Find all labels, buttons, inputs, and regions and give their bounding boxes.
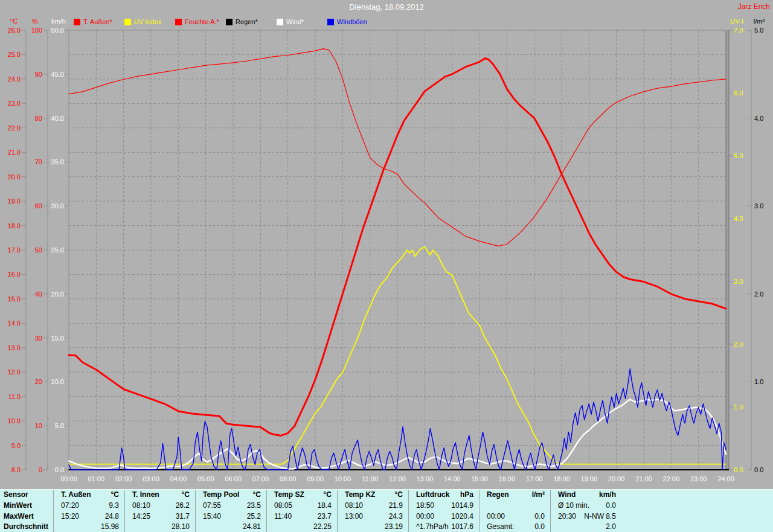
table-cell-max: 13:0024.3 [338, 511, 409, 522]
table-group-temp-kz: Temp KZ°C08:1021.913:0024.323.19 [337, 490, 409, 532]
table-cell-hdr: Temp SZ°C [267, 490, 338, 501]
humidity-axis-tick-label: 20 [35, 378, 42, 385]
table-cell-left: 00:00 [487, 511, 505, 522]
humidity-axis-tick-label: 100 [31, 27, 42, 34]
table-cell-hdr: T. Außen°C [54, 490, 125, 501]
uv-axis-band [726, 30, 729, 470]
table-cell-avg: 2.0 [551, 522, 622, 532]
table-cell-left: Wind [558, 490, 576, 501]
temp-axis-tick-label: 15.0 [8, 295, 21, 303]
uv-axis-tick-label: 0.0 [734, 466, 743, 473]
table-cell-right: 0.0 [606, 501, 616, 511]
table-row-label: Durchschnitt [0, 522, 53, 532]
rain-axis-tick-label: 3.0 [754, 202, 763, 210]
temp-axis-tick-label: 11.0 [8, 393, 21, 400]
humidity-axis-tick-label: 10 [35, 422, 42, 429]
wind-axis-tick-label: 5.0 [55, 422, 64, 429]
humidity-axis-tick-label: 60 [35, 202, 42, 210]
table-cell-avg: Gesamt:0.0 [480, 522, 551, 532]
table-cell-left: 07:55 [203, 501, 221, 511]
table-cell-left: 08:10 [345, 501, 363, 511]
table-row-label: Sensor [0, 490, 53, 501]
table-cell-left: Temp KZ [345, 490, 375, 501]
x-axis-tick-label: 05:00 [197, 475, 214, 482]
table-cell-right: °C [182, 490, 190, 501]
table-cell-right: 0.0 [534, 522, 545, 532]
table-cell-left: 15:40 [203, 511, 221, 522]
table-cell-max: 15:2024.8 [54, 511, 125, 522]
x-axis-tick-label: 19:00 [581, 475, 598, 482]
table-cell-right: 18.4 [318, 501, 332, 511]
table-cell-left: 11:40 [274, 511, 292, 522]
table-cell-left: T. Innen [132, 490, 159, 501]
temp-axis-tick-label: 25.0 [8, 51, 21, 58]
x-axis-tick-label: 21:00 [635, 475, 652, 482]
uv-axis-tick-label: 7.0 [734, 27, 743, 34]
table-cell-right: °C [324, 490, 332, 501]
temp-axis-tick-label: 17.0 [8, 246, 21, 254]
table-cell-hdr: Windkm/h [551, 490, 622, 501]
table-cell-right: 1017.6 [451, 522, 473, 532]
x-axis-tick-label: 13:00 [417, 475, 434, 482]
humidity-axis-tick-label: 80 [35, 115, 42, 122]
table-cell-left: Temp SZ [274, 490, 304, 501]
humidity-axis-tick-label: 40 [35, 290, 42, 298]
table-cell-right: 22.25 [313, 522, 332, 532]
humidity-axis-tick-label: 90 [35, 71, 42, 78]
x-axis-tick-label: 07:00 [252, 475, 269, 482]
table-cell-left: Luftdruck [416, 490, 449, 501]
table-cell-min: 08:1026.2 [125, 501, 196, 511]
table-cell-hdr: LuftdruckhPa [409, 490, 480, 501]
table-cell-right: hPa [460, 490, 473, 501]
temp-axis-tick-label: 18.0 [8, 222, 21, 229]
temp-axis-tick-label: 24.0 [8, 75, 21, 83]
uv-axis-tick-label: 2.0 [734, 341, 743, 348]
table-group-t-innen: T. Innen°C08:1026.214:2531.728.10 [124, 490, 196, 532]
temp-axis-tick-label: 22.0 [8, 124, 21, 132]
table-cell-min: 07:209.3 [54, 501, 125, 511]
x-axis-tick-label: 00:00 [60, 475, 77, 482]
series-line-uv-index [69, 247, 726, 464]
table-cell-left: Gesamt: [487, 522, 514, 532]
table-rowlabel-column: SensorMinWertMaxWertDurchschnitt [0, 490, 53, 532]
table-cell-min: Ø 10 min.0.0 [551, 501, 622, 511]
table-cell-min: 08:0518.4 [267, 501, 338, 511]
table-cell-avg: 24.81 [196, 522, 267, 532]
wind-axis-tick-label: 10.0 [51, 378, 64, 385]
table-cell-right: 0.0 [534, 511, 545, 522]
table-cell-avg: 28.10 [125, 522, 196, 532]
table-cell-left: 18:50 [416, 501, 434, 511]
rain-axis-tick-label: 5.0 [754, 27, 763, 34]
weather-chart: 8.09.010.011.012.013.014.015.016.017.018… [0, 0, 773, 488]
x-axis-tick-label: 10:00 [335, 475, 351, 482]
uv-axis-tick-label: 3.0 [734, 278, 743, 285]
x-axis-tick-label: 23:00 [690, 475, 707, 482]
table-group-luftdruck: LuftdruckhPa18:501014.900:001020.4^1.7hP… [408, 490, 480, 532]
table-cell-avg: 23.19 [338, 522, 409, 532]
temp-axis-tick-label: 26.0 [8, 27, 21, 34]
table-cell-left: Regen [487, 490, 509, 501]
x-axis-tick-label: 15:00 [471, 475, 488, 482]
table-cell-right: 9.3 [109, 501, 119, 511]
table-group-temp-sz: Temp SZ°C08:0518.411:4023.722.25 [266, 490, 338, 532]
humidity-axis-tick-label: 50 [35, 246, 42, 254]
uv-axis-tick-label: 5.0 [734, 152, 743, 159]
uv-axis-tick-label: 4.0 [734, 215, 743, 222]
table-cell-right: 26.2 [176, 501, 190, 511]
table-cell-left: 14:25 [132, 511, 150, 522]
table-cell-right: 31.7 [176, 511, 190, 522]
table-cell-hdr: Temp KZ°C [338, 490, 409, 501]
table-cell-left: Temp Pool [203, 490, 239, 501]
table-cell-left: ^1.7hPa/h [416, 522, 449, 532]
wind-axis-tick-label: 25.0 [51, 246, 64, 254]
table-cell-right: 23.19 [385, 522, 403, 532]
table-row-label: MaxWert [0, 511, 53, 522]
x-axis-tick-label: 08:00 [280, 475, 297, 482]
table-cell-right: 28.10 [172, 522, 190, 532]
table-group-t-au-en: T. Außen°C07:209.315:2024.815.98 [53, 490, 125, 532]
rain-axis-tick-label: 1.0 [754, 378, 763, 385]
wind-axis-tick-label: 0.0 [55, 466, 64, 473]
uv-axis-tick-label: 1.0 [734, 403, 743, 411]
x-axis-tick-label: 09:00 [307, 475, 324, 482]
x-axis-tick-label: 02:00 [115, 475, 132, 482]
